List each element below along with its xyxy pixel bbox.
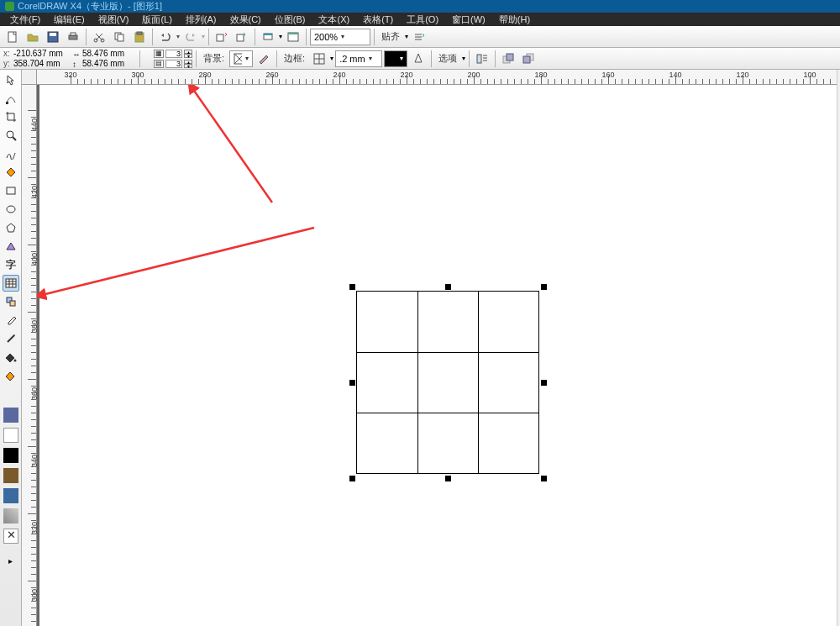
menu-window[interactable]: 窗口(W) <box>445 13 492 26</box>
rows-icon: ▤ <box>154 60 164 68</box>
polygon-tool[interactable] <box>3 219 19 236</box>
zoom-dropdown[interactable]: 200% ▾ <box>310 29 370 45</box>
copy-button[interactable] <box>110 28 129 46</box>
handle-s[interactable] <box>445 476 451 481</box>
ellipse-tool[interactable] <box>3 201 19 218</box>
columns-input[interactable] <box>165 50 182 58</box>
export-button[interactable] <box>233 28 251 46</box>
undo-button[interactable] <box>156 28 175 46</box>
rectangle-tool[interactable] <box>3 182 19 199</box>
edit-fill-button[interactable] <box>255 50 273 68</box>
menu-arrange[interactable]: 排列(A) <box>179 13 223 26</box>
shape-tool[interactable] <box>3 90 19 107</box>
flyout-arrow[interactable]: ▸ <box>3 552 19 569</box>
canvas-area: 320300280260240220200180160140120100 440… <box>22 70 840 626</box>
table-object[interactable] <box>356 291 539 474</box>
new-button[interactable] <box>3 28 22 46</box>
swatch-5[interactable] <box>3 488 18 503</box>
menu-effects[interactable]: 效果(C) <box>223 13 268 26</box>
redo-button[interactable] <box>181 28 200 46</box>
menu-layout[interactable]: 版面(L) <box>135 13 178 26</box>
swatch-1[interactable] <box>3 408 18 423</box>
eyedropper-tool[interactable] <box>3 312 19 329</box>
standard-toolbar: ▾ ▾ ▾ 200% ▾ 贴齐 ▾ <box>0 26 840 48</box>
fill-tool[interactable] <box>3 349 19 366</box>
save-button[interactable] <box>44 28 62 46</box>
chevron-down-icon: ▾ <box>341 33 344 40</box>
horizontal-ruler[interactable]: 320300280260240220200180160140120100 <box>37 70 840 85</box>
paste-button[interactable] <box>130 28 149 46</box>
menu-view[interactable]: 视图(V) <box>92 13 136 26</box>
menu-tools[interactable]: 工具(O) <box>400 13 445 26</box>
to-front-button[interactable] <box>499 50 517 68</box>
outline-color-dropdown[interactable]: ▾ <box>384 50 407 67</box>
table-tool[interactable] <box>3 275 19 292</box>
snap-label[interactable]: 贴齐 <box>378 30 403 43</box>
svg-rect-14 <box>264 34 272 35</box>
menu-file[interactable]: 文件(F) <box>3 13 47 26</box>
menu-bitmap[interactable]: 位图(B) <box>268 13 312 26</box>
handle-ne[interactable] <box>541 284 547 290</box>
interactive-tool[interactable] <box>3 293 19 310</box>
swatch-3[interactable] <box>3 448 18 463</box>
crop-tool[interactable] <box>3 108 19 125</box>
svg-rect-25 <box>507 54 513 60</box>
width-value: 58.476 mm <box>82 49 136 58</box>
handle-sw[interactable] <box>349 476 355 481</box>
undo-dropdown-icon[interactable]: ▾ <box>176 33 180 40</box>
swatch-2[interactable] <box>3 428 18 443</box>
separator <box>469 50 470 67</box>
handle-w[interactable] <box>349 380 355 386</box>
open-button[interactable] <box>24 28 42 46</box>
app-dropdown-icon[interactable]: ▾ <box>279 33 282 40</box>
handle-nw[interactable] <box>349 284 355 290</box>
snap-dropdown-icon[interactable]: ▾ <box>405 33 408 40</box>
handle-se[interactable] <box>541 476 547 481</box>
welcome-button[interactable] <box>284 28 302 46</box>
handle-e[interactable] <box>541 380 547 386</box>
rows-input[interactable] <box>165 60 182 68</box>
outline-width-dropdown[interactable]: .2 mm ▾ <box>335 50 382 67</box>
ruler-origin[interactable] <box>22 70 37 85</box>
background-fill-dropdown[interactable]: ▾ <box>229 50 253 67</box>
outline-pen-button[interactable] <box>409 50 428 68</box>
cut-button[interactable] <box>90 28 108 46</box>
canvas[interactable] <box>37 85 840 626</box>
y-label: y: <box>3 59 12 68</box>
swatch-4[interactable] <box>3 468 18 483</box>
handle-n[interactable] <box>445 284 451 290</box>
app-logo-icon <box>5 2 14 11</box>
print-button[interactable] <box>64 28 82 46</box>
menu-help[interactable]: 帮助(H) <box>492 13 537 26</box>
to-back-button[interactable] <box>519 50 538 68</box>
border-select-button[interactable] <box>310 50 328 68</box>
svg-point-32 <box>7 206 15 213</box>
menu-table[interactable]: 表格(T) <box>356 13 400 26</box>
freehand-tool[interactable] <box>3 145 19 162</box>
wrap-text-button[interactable] <box>473 50 491 68</box>
menu-text[interactable]: 文本(X) <box>312 13 356 26</box>
import-button[interactable] <box>213 28 231 46</box>
outline-tool[interactable] <box>3 330 19 347</box>
svg-rect-23 <box>477 55 481 63</box>
options-dropdown-icon[interactable]: ▾ <box>462 55 465 62</box>
svg-point-29 <box>7 131 13 138</box>
app-launcher-button[interactable] <box>259 28 277 46</box>
svg-line-41 <box>192 88 272 203</box>
text-tool[interactable]: 字 <box>3 256 19 273</box>
interactive-fill-tool[interactable] <box>3 367 19 384</box>
columns-spinner[interactable]: ▴▾ <box>184 50 192 58</box>
options-button[interactable] <box>410 28 428 46</box>
vertical-ruler[interactable]: 440420400380360340320300 <box>22 85 37 626</box>
basic-shapes-tool[interactable] <box>3 238 19 255</box>
redo-dropdown-icon[interactable]: ▾ <box>202 33 205 40</box>
no-color-swatch[interactable]: ✕ <box>3 529 18 544</box>
zoom-tool[interactable] <box>3 127 19 144</box>
options-label[interactable]: 选项 <box>435 52 460 65</box>
pick-tool[interactable] <box>3 71 19 88</box>
menu-edit[interactable]: 编辑(E) <box>47 13 92 26</box>
smart-fill-tool[interactable] <box>3 164 19 181</box>
border-dropdown-icon[interactable]: ▾ <box>330 55 333 62</box>
swatch-6[interactable] <box>3 508 18 523</box>
rows-spinner[interactable]: ▴▾ <box>184 60 192 68</box>
